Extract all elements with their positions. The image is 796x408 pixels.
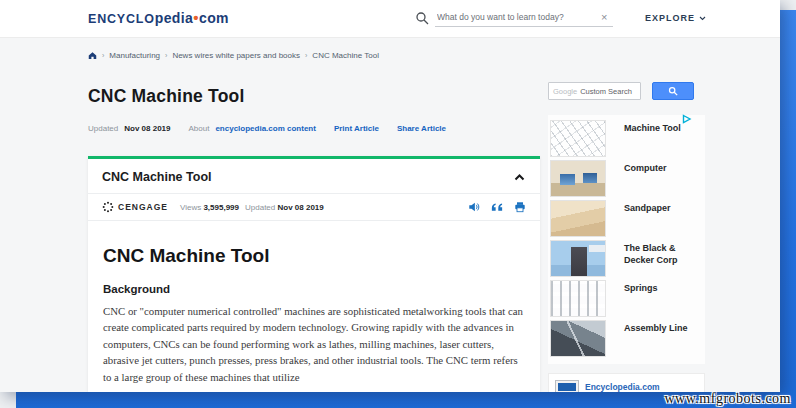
views-count: 3,595,999: [203, 203, 239, 212]
breadcrumb-item-manufacturing[interactable]: Manufacturing: [109, 51, 160, 60]
ad-label: Sandpaper: [624, 200, 702, 215]
ad-item-assembly-line[interactable]: Assembly Line: [550, 320, 705, 357]
related-ads-panel: Machine Tool Computer Sandpaper The Blac…: [548, 115, 705, 364]
updated-label: Updated: [88, 124, 118, 133]
ad-label: The Black & Decker Corp: [624, 240, 702, 266]
site-header: encyclopedia•com × EXPLORE: [0, 0, 780, 38]
search-icon: [415, 11, 429, 25]
article-heading: CNC Machine Tool: [103, 245, 525, 267]
card-updated-date: Nov 08 2019: [278, 203, 324, 212]
encyclopedia-social-widget[interactable]: Encyclopedia.com: [548, 373, 705, 392]
article-card: CNC Machine Tool CENGAGE Views 3,595,999…: [88, 156, 540, 392]
collapse-chevron-up-icon[interactable]: [513, 171, 526, 184]
chevron-down-icon: [699, 16, 706, 21]
article-body: CNC Machine Tool Background CNC or "comp…: [88, 221, 540, 392]
ad-item-black-decker[interactable]: The Black & Decker Corp: [550, 240, 705, 277]
custom-search-label: Custom Search: [580, 87, 632, 96]
print-icon[interactable]: [514, 201, 526, 213]
article-card-meta: CENGAGE Views 3,595,999 Updated Nov 08 2…: [88, 194, 540, 221]
explore-label: EXPLORE: [645, 13, 695, 23]
about-content-link[interactable]: encyclopedia.com content: [215, 124, 315, 133]
google-custom-search: Google Custom Search: [548, 82, 705, 100]
breadcrumb: › Manufacturing › News wires white paper…: [88, 51, 379, 60]
ad-item-machine-tool[interactable]: Machine Tool: [550, 120, 705, 157]
sidebar: Google Custom Search Machine Tool Comput…: [548, 82, 705, 392]
share-article-link[interactable]: Share Article: [397, 124, 446, 133]
logo-middle: pedia: [155, 10, 194, 26]
ad-label: Assembly Line: [624, 320, 702, 335]
article-paragraph: CNC or "computer numerical controlled" m…: [103, 303, 525, 385]
breadcrumb-item-news-wires[interactable]: News wires white papers and books: [172, 51, 300, 60]
ad-item-springs[interactable]: Springs: [550, 280, 705, 317]
page-title: CNC Machine Tool: [88, 86, 245, 107]
springs-thumbnail: [550, 280, 606, 317]
source-brand: CENGAGE: [102, 201, 168, 213]
custom-search-input[interactable]: Google Custom Search: [548, 82, 641, 100]
logo-suffix: com: [199, 10, 229, 26]
assembly-line-thumbnail: [550, 320, 606, 357]
custom-search-button[interactable]: [652, 82, 694, 100]
ad-label: Springs: [624, 280, 702, 295]
widget-title: Encyclopedia.com: [585, 382, 660, 392]
page-meta-row: Updated Nov 08 2019 About encyclopedia.c…: [88, 124, 446, 133]
breadcrumb-separator: ›: [165, 52, 167, 59]
explore-menu[interactable]: EXPLORE: [645, 13, 706, 23]
encyclopedia-logo-thumb: [555, 380, 579, 392]
article-card-title: CNC Machine Tool: [102, 170, 212, 184]
breadcrumb-item-current: CNC Machine Tool: [312, 51, 379, 60]
adchoices-icon[interactable]: [682, 114, 692, 124]
search-clear-icon[interactable]: ×: [601, 12, 607, 23]
ad-label: Computer: [624, 160, 702, 175]
source-name: CENGAGE: [118, 202, 168, 212]
header-search: ×: [415, 8, 607, 27]
breadcrumb-separator: ›: [305, 52, 307, 59]
search-icon: [668, 86, 678, 96]
computer-thumbnail: [550, 160, 606, 197]
card-action-icons: [468, 201, 526, 213]
print-article-link[interactable]: Print Article: [334, 124, 379, 133]
site-logo[interactable]: encyclopedia•com: [88, 9, 229, 26]
ad-item-sandpaper[interactable]: Sandpaper: [550, 200, 705, 237]
breadcrumb-separator: ›: [102, 52, 104, 59]
cengage-icon: [102, 201, 114, 213]
card-updated-label: Updated: [245, 203, 275, 212]
cite-quote-icon[interactable]: [491, 201, 503, 213]
ad-item-computer[interactable]: Computer: [550, 160, 705, 197]
black-decker-thumbnail: [550, 240, 606, 277]
search-input[interactable]: [435, 8, 613, 27]
home-icon[interactable]: [88, 51, 97, 60]
logo-prefix: encyclo: [88, 12, 155, 26]
machine-tool-thumbnail: [550, 120, 606, 157]
about-label: About: [189, 124, 210, 133]
watermark: www.mfgrobots.com: [664, 391, 791, 407]
views-label: Views: [180, 203, 201, 212]
article-card-header[interactable]: CNC Machine Tool: [88, 159, 540, 194]
updated-date: Nov 08 2019: [124, 124, 170, 133]
article-subheading: Background: [103, 283, 525, 295]
browser-screenshot: encyclopedia•com × EXPLORE › Manufacturi…: [0, 0, 780, 392]
listen-speaker-icon[interactable]: [468, 201, 480, 213]
sandpaper-thumbnail: [550, 200, 606, 237]
google-brand-label: Google: [553, 87, 577, 96]
screenshot-canvas: encyclopedia•com × EXPLORE › Manufacturi…: [0, 0, 796, 408]
